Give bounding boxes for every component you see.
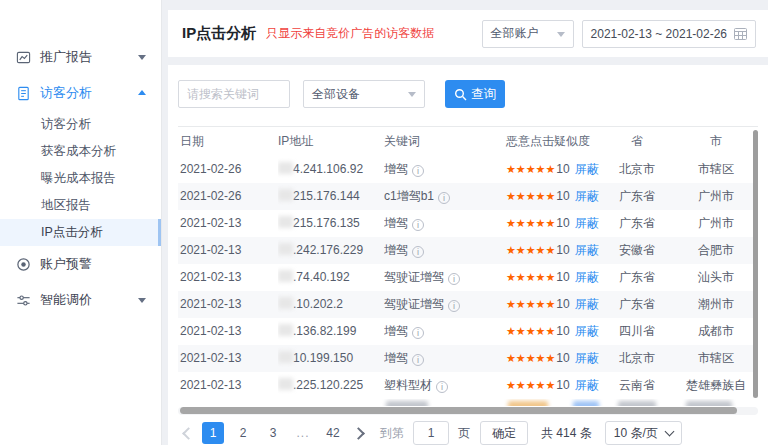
cell-keyword: 增驾 [384, 345, 500, 372]
page-unit-label: 页 [458, 425, 470, 442]
sidebar-item-ip-click-analysis[interactable]: IP点击分析 [0, 219, 161, 246]
rating-score: 10 [556, 351, 569, 365]
star-rating: ★★★★★ [506, 217, 555, 229]
table-row: 2021-02-13 10.199.150 增驾 ★★★★★10屏蔽 北京市 市… [178, 345, 758, 372]
total-count: 共 414 条 [541, 425, 592, 442]
block-link[interactable]: 屏蔽 [575, 216, 599, 230]
cell-city: 市辖区 [674, 156, 758, 183]
chevron-up-icon [138, 86, 146, 95]
rating-score: 10 [556, 324, 569, 338]
info-icon[interactable] [448, 273, 460, 285]
info-icon[interactable] [412, 327, 424, 339]
data-table: 日期 IP地址 关键词 恶意点击疑似度 省 市 2021-02-26 4.241… [178, 126, 758, 415]
page-note: 只显示来自竞价广告的访客数据 [266, 25, 434, 42]
chart-icon [16, 50, 31, 65]
search-input[interactable] [178, 80, 290, 108]
page-button-2[interactable]: 2 [232, 422, 254, 444]
block-link[interactable]: 屏蔽 [575, 162, 599, 176]
cell-date: 2021-02-13 [178, 264, 278, 291]
info-icon[interactable] [412, 246, 424, 258]
cell-suspicion: ★★★★★10屏蔽 [500, 345, 600, 372]
cell-city: 广州市 [674, 210, 758, 237]
date-range-value: 2021-02-13 ~ 2021-02-26 [591, 27, 727, 41]
sidebar: 推广报告 访客分析 访客分析 获客成本分析 曝光成本报告 地区报告 IP点击分析… [0, 0, 162, 445]
info-icon[interactable] [436, 381, 448, 393]
search-button[interactable]: 查询 [445, 80, 505, 108]
cell-date: 2021-02-13 [178, 210, 278, 237]
block-link[interactable]: 屏蔽 [575, 297, 599, 311]
sidebar-item-region-report[interactable]: 地区报告 [0, 192, 161, 219]
block-link[interactable]: 屏蔽 [575, 351, 599, 365]
sidebar-item-visitor-analysis[interactable]: 访客分析 [0, 111, 161, 138]
horizontal-scrollbar-thumb[interactable] [180, 407, 737, 414]
account-select[interactable]: 全部账户 [482, 20, 574, 48]
cell-suspicion: ★★★★★10屏蔽 [500, 183, 600, 210]
table-row: 2021-02-13 .10.202.2 驾驶证增驾 ★★★★★10屏蔽 广东省… [178, 291, 758, 318]
keyword-text: 塑料型材 [384, 378, 432, 392]
keyword-text: 驾驶证增驾 [384, 270, 444, 284]
chevron-down-icon [138, 55, 146, 64]
rating-score: 10 [556, 378, 569, 392]
sidebar-item-acquisition-cost[interactable]: 获客成本分析 [0, 138, 161, 165]
block-link[interactable]: 屏蔽 [575, 243, 599, 257]
table-body: 2021-02-26 4.241.106.92 增驾 ★★★★★10屏蔽 北京市… [178, 156, 758, 399]
block-link[interactable]: 屏蔽 [575, 324, 599, 338]
main-area: IP点击分析 只显示来自竞价广告的访客数据 全部账户 2021-02-13 ~ … [168, 0, 768, 445]
table-row: 2021-02-13 .74.40.192 驾驶证增驾 ★★★★★10屏蔽 广东… [178, 264, 758, 291]
sidebar-item-visitor-analysis-group[interactable]: 访客分析 [0, 75, 161, 111]
page-button-3[interactable]: 3 [262, 422, 284, 444]
cell-date: 2021-02-13 [178, 318, 278, 345]
block-link[interactable]: 屏蔽 [575, 270, 599, 284]
cell-city: 合肥市 [674, 237, 758, 264]
cell-ip: .136.82.199 [278, 318, 384, 345]
calendar-icon [734, 27, 747, 40]
alert-icon [16, 257, 31, 272]
page-size-select[interactable]: 10 条/页 [605, 421, 682, 445]
sidebar-item-promotion-report[interactable]: 推广报告 [0, 39, 161, 75]
prev-page-button[interactable] [178, 422, 198, 444]
cell-keyword: 驾驶证增驾 [384, 291, 500, 318]
ip-redacted-blur [278, 351, 293, 363]
info-icon[interactable] [438, 192, 450, 204]
cell-suspicion: ★★★★★10屏蔽 [500, 372, 600, 399]
star-rating: ★★★★★ [506, 325, 555, 337]
info-icon[interactable] [412, 165, 424, 177]
report-icon [16, 86, 31, 101]
page-button-42[interactable]: 42 [322, 422, 344, 444]
info-icon[interactable] [448, 300, 460, 312]
cell-province: 北京市 [600, 345, 674, 372]
next-page-button[interactable] [348, 422, 368, 444]
sidebar-item-label: 智能调价 [40, 291, 92, 309]
date-range-picker[interactable]: 2021-02-13 ~ 2021-02-26 [582, 20, 756, 48]
column-header-ip: IP地址 [278, 127, 384, 156]
ip-redacted-blur [278, 162, 293, 174]
star-rating: ★★★★★ [506, 352, 555, 364]
cell-keyword: 增驾 [384, 156, 500, 183]
block-link[interactable]: 屏蔽 [575, 378, 599, 392]
vertical-scrollbar[interactable] [753, 130, 758, 398]
info-icon[interactable] [412, 219, 424, 231]
device-select[interactable]: 全部设备 [303, 80, 425, 108]
ip-visible: 215.176.135 [293, 216, 360, 230]
cell-province: 四川省 [600, 318, 674, 345]
info-icon[interactable] [412, 354, 424, 366]
rating-score: 10 [556, 297, 569, 311]
block-link[interactable]: 屏蔽 [575, 189, 599, 203]
cell-ip: 4.241.106.92 [278, 156, 384, 183]
table-row: 2021-02-13 .225.120.225 塑料型材 ★★★★★10屏蔽 云… [178, 372, 758, 399]
goto-page-label: 到第 [380, 425, 404, 442]
goto-page-input[interactable] [413, 421, 449, 445]
table-row-partial-clipped [178, 399, 758, 406]
sidebar-item-account-alert[interactable]: 账户预警 [0, 246, 161, 282]
clipped-block-link [573, 401, 599, 406]
cell-suspicion: ★★★★★10屏蔽 [500, 156, 600, 183]
sidebar-item-smart-bidding[interactable]: 智能调价 [0, 282, 161, 318]
pagination-pages: 123...42 [198, 422, 348, 444]
star-rating: ★★★★★ [506, 379, 555, 391]
sidebar-item-exposure-cost[interactable]: 曝光成本报告 [0, 165, 161, 192]
cell-city: 潮州市 [674, 291, 758, 318]
horizontal-scrollbar[interactable] [178, 407, 758, 415]
keyword-text: 增驾 [384, 324, 408, 338]
page-button-1[interactable]: 1 [202, 422, 224, 444]
confirm-button[interactable]: 确定 [480, 421, 528, 445]
